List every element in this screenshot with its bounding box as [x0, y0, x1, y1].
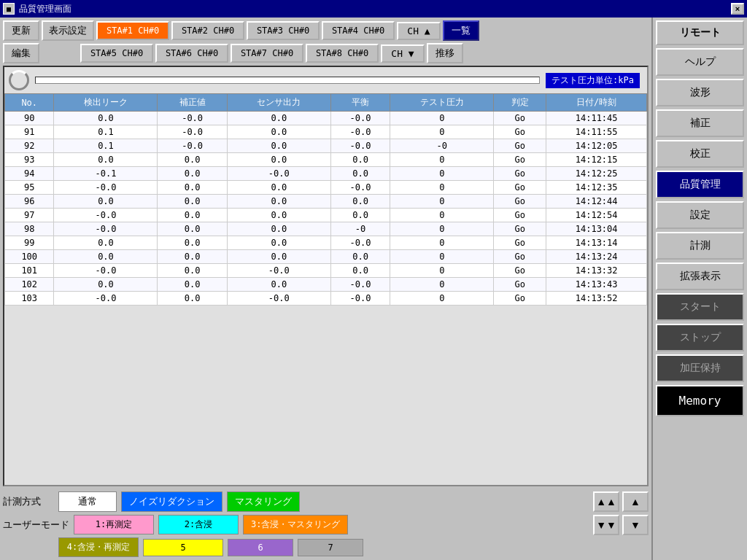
table-row: 103-0.00.0-0.0-0.00Go14:13:52 [5, 292, 647, 306]
user-mode-3-btn[interactable]: 3:含浸・マスタリング [243, 515, 348, 534]
cell-datetime: 14:13:32 [546, 264, 647, 278]
cell-no: 101 [5, 264, 54, 278]
cell-sensor: 0.0 [227, 195, 330, 209]
cell-sensor: 0.0 [227, 209, 330, 222]
measure-mode-row: 計測方式 通常 ノイズリダクション マスタリング [3, 491, 589, 512]
cell-sensor: 0.0 [227, 153, 330, 167]
cell-datetime: 14:11:45 [546, 112, 647, 125]
stop-button[interactable]: ストップ [656, 324, 744, 351]
scroll-top-button[interactable]: ▲▲ [593, 491, 619, 512]
cell-leak: 0.0 [54, 278, 158, 292]
cell-judge: Go [494, 264, 546, 278]
update-button[interactable]: 更新 [3, 20, 39, 41]
tab-sta5[interactable]: STA#5 CH#0 [80, 44, 153, 63]
cell-testPressure: 0 [390, 167, 494, 181]
ichiran-button[interactable]: 一覧 [443, 20, 479, 41]
tab-sta1[interactable]: STA#1 CH#0 [96, 21, 169, 40]
cell-datetime: 14:12:54 [546, 209, 647, 222]
measure-button[interactable]: 計測 [656, 232, 744, 260]
cell-leak: -0.0 [54, 181, 158, 195]
cell-sensor: -0.0 [227, 264, 330, 278]
cell-correction: -0.0 [158, 139, 227, 153]
tab-sta8[interactable]: STA#8 CH#0 [306, 44, 379, 63]
table-row: 910.1-0.00.0-0.00Go14:11:55 [5, 125, 647, 139]
cell-testPressure: 0 [390, 153, 494, 167]
cell-testPressure: 0 [390, 292, 494, 306]
table-row: 960.00.00.00.00Go14:12:44 [5, 195, 647, 209]
user-mode-2-btn[interactable]: 2:含浸 [158, 515, 239, 534]
cell-leak: 0.0 [54, 250, 158, 264]
scroll-up-button[interactable]: ▲ [622, 491, 649, 512]
cell-judge: Go [494, 195, 546, 209]
close-button[interactable]: × [731, 3, 744, 15]
cell-balance: 0.0 [330, 209, 390, 222]
col-header-leak: 検出リーク [54, 94, 158, 112]
cell-leak: 0.1 [54, 125, 158, 139]
cell-testPressure: 0 [390, 264, 494, 278]
extended-display-button[interactable]: 拡張表示 [656, 262, 744, 290]
cell-sensor: 0.0 [227, 125, 330, 139]
cell-judge: Go [494, 292, 546, 306]
unit-badge: テスト圧力単位:kPa [546, 73, 640, 88]
tab-sta3[interactable]: STA#3 CH#0 [247, 21, 320, 40]
normal-mode-btn[interactable]: 通常 [58, 491, 117, 512]
cell-testPressure: 0 [390, 222, 494, 236]
cell-leak: -0.0 [54, 264, 158, 278]
col-header-no: No. [5, 94, 54, 112]
mastering-btn[interactable]: マスタリング [227, 491, 300, 512]
user-mode-4-btn[interactable]: 4:含浸・再測定 [58, 537, 139, 557]
cell-no: 102 [5, 278, 54, 292]
cell-datetime: 14:13:14 [546, 236, 647, 250]
cell-no: 91 [5, 125, 54, 139]
suii-button[interactable]: 推移 [427, 43, 463, 63]
col-header-sensor: センサ出力 [227, 94, 330, 112]
cell-no: 90 [5, 112, 54, 125]
content-header: テスト圧力単位:kPa [4, 67, 647, 93]
correction-button[interactable]: 補正 [656, 109, 744, 137]
user-mode-row2: 4:含浸・再測定 5 6 7 [58, 537, 589, 557]
ch-down-button[interactable]: CH ▼ [381, 44, 425, 63]
col-header-balance: 平衡 [330, 94, 390, 112]
memory-button[interactable]: Memory [656, 385, 744, 416]
cell-datetime: 14:13:52 [546, 292, 647, 306]
cell-balance: 0.0 [330, 167, 390, 181]
cell-sensor: 0.0 [227, 112, 330, 125]
cell-testPressure: 0 [390, 125, 494, 139]
ch-up-button[interactable]: CH ▲ [397, 22, 441, 40]
cell-no: 98 [5, 222, 54, 236]
user-mode-5-btn[interactable]: 5 [143, 539, 223, 556]
table-row: 990.00.00.0-0.00Go14:13:14 [5, 236, 647, 250]
content-area: テスト圧力単位:kPa No. 検出リーク 補正値 センサ出力 平衡 テスト圧力… [3, 66, 649, 486]
tab-sta6[interactable]: STA#6 CH#0 [155, 44, 228, 63]
data-table-wrapper: No. 検出リーク 補正値 センサ出力 平衡 テスト圧力 判定 日付/時刻 90… [4, 93, 647, 485]
window-title: 品質管理画面 [19, 3, 71, 15]
user-mode-6-btn[interactable]: 6 [228, 539, 293, 556]
quality-button[interactable]: 品質管理 [656, 171, 744, 198]
user-mode-7-btn[interactable]: 7 [298, 539, 363, 556]
tab-sta7[interactable]: STA#7 CH#0 [231, 44, 303, 63]
settings-button[interactable]: 設定 [656, 201, 744, 229]
tab-sta4[interactable]: STA#4 CH#0 [322, 21, 395, 40]
right-sidebar: リモート ヘルプ 波形 補正 校正 品質管理 設定 計測 拡張表示 スタート ス… [651, 18, 747, 560]
table-row: 1000.00.00.00.00Go14:13:24 [5, 250, 647, 264]
scroll-down-button[interactable]: ▼ [622, 515, 649, 535]
tab-sta2[interactable]: STA#2 CH#0 [171, 21, 244, 40]
cell-balance: -0.0 [330, 181, 390, 195]
user-mode-1-btn[interactable]: 1:再測定 [74, 515, 154, 534]
pressure-hold-button[interactable]: 加圧保持 [656, 354, 744, 382]
edit-button[interactable]: 編集 [3, 43, 39, 63]
help-button[interactable]: ヘルプ [656, 48, 744, 76]
cell-sensor: -0.0 [227, 292, 330, 306]
cell-correction: -0.0 [158, 125, 227, 139]
cell-judge: Go [494, 139, 546, 153]
start-button[interactable]: スタート [656, 293, 744, 321]
waveform-button[interactable]: 波形 [656, 79, 744, 106]
cell-balance: -0.0 [330, 236, 390, 250]
noise-reduction-btn[interactable]: ノイズリダクション [121, 491, 222, 512]
cell-testPressure: -0 [390, 139, 494, 153]
calibration-button[interactable]: 校正 [656, 140, 744, 168]
cell-correction: 0.0 [158, 167, 227, 181]
title-bar: ■ 品質管理画面 × [0, 0, 747, 18]
display-settings-button[interactable]: 表示設定 [42, 20, 94, 41]
scroll-bottom-button[interactable]: ▼▼ [593, 515, 619, 535]
